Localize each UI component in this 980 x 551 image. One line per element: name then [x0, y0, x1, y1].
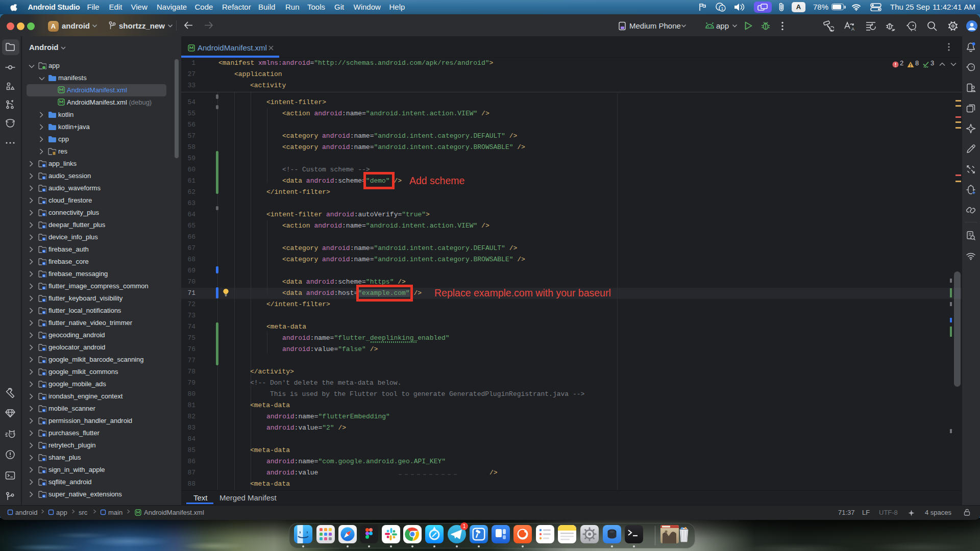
- svg-text:1: 1: [721, 6, 723, 11]
- svg-text:A: A: [851, 27, 854, 32]
